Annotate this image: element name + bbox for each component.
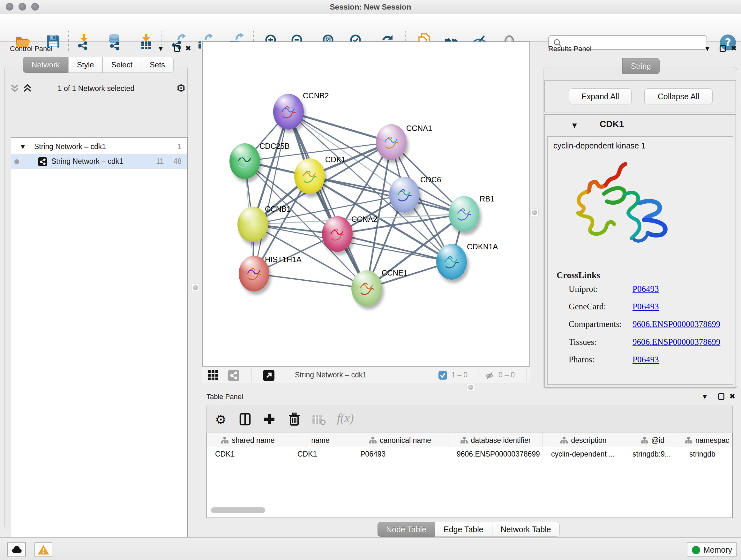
network-node-label-CDKN1A: CDKN1A — [467, 242, 498, 251]
network-node-CDK1[interactable] — [294, 159, 325, 194]
table-cell[interactable]: CDK1 — [207, 447, 289, 461]
tab-edge-table[interactable]: Edge Table — [435, 522, 492, 537]
column-header-canonical-name[interactable]: canonical name — [352, 433, 448, 447]
tab-string-results[interactable]: String — [622, 58, 660, 74]
table-header-row: shared namenamecanonical namedatabase id… — [207, 433, 733, 447]
gene-section-expand-icon[interactable]: ▼ — [572, 122, 577, 129]
crosslink-link[interactable]: P06493 — [632, 284, 659, 294]
tab-network[interactable]: Network — [23, 57, 68, 73]
network-view-title: String Network – cdk1 — [295, 371, 367, 379]
grid-view-icon[interactable] — [208, 370, 218, 381]
network-node-CDKN1A[interactable] — [436, 244, 467, 280]
statusbar-separator — [430, 368, 430, 382]
gene-details-box: cyclin-dependent kinase 1 CrossLinks — [547, 136, 733, 385]
expand-all-button[interactable]: Expand All — [569, 88, 631, 105]
crosslink-link[interactable]: P06493 — [632, 302, 659, 312]
table-cell[interactable]: stringdb — [681, 447, 733, 461]
warnings-button[interactable] — [35, 543, 52, 557]
network-node-count: 11 — [156, 157, 164, 166]
tab-style[interactable]: Style — [68, 57, 103, 73]
main-toolbar: ? — [0, 14, 741, 42]
control-panel-close-icon[interactable]: ✖ — [185, 44, 191, 52]
selected-node-edge-counts: 1 – 0 — [451, 371, 468, 379]
control-panel-float-icon[interactable] — [174, 45, 180, 52]
table-panel-close-icon[interactable]: ✖ — [729, 392, 735, 400]
statusbar-separator — [527, 368, 527, 382]
network-node-CCNA2[interactable] — [322, 216, 353, 252]
gene-description: cyclin-dependent kinase 1 — [553, 141, 646, 150]
right-splitter-handle[interactable] — [530, 208, 539, 217]
birds-eye-view-icon[interactable] — [263, 370, 274, 381]
control-panel-collapse-icon[interactable]: ▼ — [158, 45, 163, 52]
protein-ribbon-thumbnail — [327, 223, 347, 246]
table-cell[interactable]: 9606.ENSP00000378699 — [448, 447, 543, 461]
window-title: Session: New Session — [0, 3, 741, 11]
memory-status-dot-icon — [692, 546, 700, 554]
column-header-shared-name[interactable]: shared name — [207, 433, 289, 447]
results-panel-float-icon[interactable] — [720, 45, 726, 52]
table-cell[interactable]: cyclin-dependent ... — [543, 447, 624, 461]
selected-checkbox-icon[interactable] — [439, 371, 447, 380]
show-columns-icon[interactable] — [239, 413, 252, 426]
collapse-all-button[interactable]: Collapse All — [644, 88, 713, 105]
network-node-CCNB2[interactable] — [273, 94, 304, 130]
results-panel-close-icon[interactable]: ✖ — [731, 44, 737, 52]
tree-expand-icon[interactable]: ▼ — [21, 143, 25, 150]
results-buttons-box: Expand All Collapse All — [544, 80, 736, 112]
create-column-plus-icon[interactable] — [263, 413, 276, 426]
network-collection-label: String Network – cdk1 — [34, 142, 106, 151]
table-panel-float-icon[interactable] — [718, 393, 724, 400]
network-view-canvas[interactable]: CCNB2CCNA1CDC25BCDK1CDC6RB1CCNB1CCNA2CDK… — [202, 42, 530, 367]
table-row[interactable]: CDK1CDK1P064939606.ENSP00000378699cyclin… — [207, 447, 733, 461]
tab-node-table[interactable]: Node Table — [378, 522, 435, 537]
column-header-database-identifier[interactable]: database identifier — [448, 433, 543, 447]
table-cell[interactable]: P06493 — [352, 447, 448, 461]
network-node-CCNA1[interactable] — [376, 124, 407, 160]
warning-icon — [37, 544, 50, 555]
crosslink-label: Pharos: — [569, 355, 595, 364]
window-titlebar: Session: New Session — [0, 0, 741, 14]
column-namespace-icon — [684, 436, 692, 444]
network-options-gear-icon[interactable]: ⚙ — [176, 82, 186, 95]
memory-button[interactable]: Memory — [687, 543, 737, 557]
column-header-name[interactable]: name — [289, 433, 352, 447]
network-node-RB1[interactable] — [449, 196, 479, 232]
crosslink-link[interactable]: P06493 — [632, 355, 659, 365]
crosslink-row: Tissues: 9606.ENSP00000378699 — [569, 337, 597, 347]
column-namespace-icon — [221, 436, 228, 444]
column-header-label: canonical name — [380, 436, 431, 445]
statusbar-separator — [251, 368, 252, 382]
crosslink-link[interactable]: 9606.ENSP00000378699 — [632, 337, 720, 347]
network-row-selected[interactable]: String Network – cdk1 11 48 — [11, 154, 187, 169]
column-header-label: description — [571, 436, 606, 445]
network-node-CDC6[interactable] — [389, 177, 420, 212]
network-node-CCNE1[interactable] — [351, 270, 382, 306]
column-header-namespac[interactable]: namespac — [681, 433, 733, 447]
left-splitter-handle[interactable] — [192, 284, 200, 292]
network-node-label-RB1: RB1 — [480, 194, 495, 203]
cloud-button[interactable] — [7, 543, 26, 557]
table-options-gear-icon[interactable]: ⚙ — [215, 412, 226, 427]
table-cell[interactable]: CDK1 — [289, 447, 352, 461]
tab-network-table[interactable]: Network Table — [492, 522, 560, 537]
table-panel-title: Table Panel — [206, 393, 243, 401]
delete-column-trash-icon[interactable] — [288, 412, 300, 426]
table-cell[interactable]: stringdb:9... — [624, 447, 681, 461]
tab-select[interactable]: Select — [103, 57, 141, 73]
crosslink-row: GeneCard: P06493 — [569, 302, 606, 312]
network-node-CDC25B[interactable] — [229, 143, 260, 179]
protein-ribbon-thumbnail — [454, 203, 474, 226]
table-hscrollbar[interactable] — [211, 507, 265, 513]
column-header--id[interactable]: @id — [624, 433, 681, 447]
function-builder-fx: f(x) — [337, 411, 354, 425]
tab-sets[interactable]: Sets — [141, 57, 174, 73]
crosslink-link[interactable]: 9606.ENSP00000378699 — [632, 319, 720, 329]
results-gene-section: ▼ CDK1 cyclin-dependent kinase 1 — [544, 114, 736, 388]
column-header-description[interactable]: description — [543, 433, 624, 447]
table-panel-collapse-icon[interactable]: ▼ — [703, 393, 707, 400]
network-collection-row[interactable]: ▼ String Network – cdk1 1 — [11, 139, 187, 154]
crosslink-label: Uniprot: — [569, 284, 598, 294]
share-network-icon-disabled — [228, 370, 239, 381]
network-node-CCNB1[interactable] — [238, 206, 268, 242]
results-panel-collapse-icon[interactable]: ▼ — [705, 45, 710, 52]
